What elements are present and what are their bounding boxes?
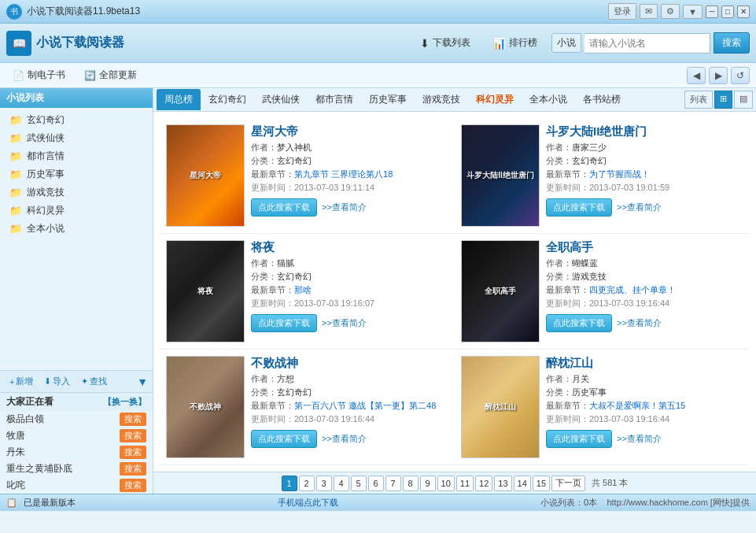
watching-item: 叱咤 搜索 — [0, 477, 153, 494]
watching-title: 大家正在看 — [6, 395, 53, 409]
page-button-14[interactable]: 14 — [514, 476, 531, 491]
update-all-button[interactable]: 🔄 全部更新 — [78, 66, 143, 84]
tab-stations[interactable]: 各书站榜 — [575, 89, 629, 110]
toolbar-title: 小说下载阅读器 — [36, 35, 124, 51]
close-button[interactable]: ✕ — [737, 6, 750, 18]
page-button-5[interactable]: 5 — [351, 476, 367, 491]
tab-wuxia[interactable]: 武侠仙侠 — [254, 89, 308, 110]
maximize-button[interactable]: □ — [721, 6, 734, 18]
book-title[interactable]: 斗罗大陆II绝世唐门 — [546, 124, 743, 139]
book-title[interactable]: 不败战神 — [251, 356, 448, 371]
tab-youxi[interactable]: 游戏竞技 — [415, 89, 468, 110]
watching-name[interactable]: 极品白领 — [6, 413, 44, 426]
page-button-1[interactable]: 1 — [282, 476, 297, 491]
download-button[interactable]: 点此搜索下载 — [251, 430, 317, 448]
mobile-download-link[interactable]: 手机端点此下载 — [278, 497, 338, 509]
watching-name[interactable]: 牧唐 — [6, 429, 25, 442]
sidebar-categories: 📁 玄幻奇幻 📁 武侠仙侠 📁 都市言情 📁 历史军事 📁 游戏竞技 📁 — [0, 108, 153, 241]
watching-search-button[interactable]: 搜索 — [120, 462, 146, 476]
search-input[interactable] — [585, 33, 710, 54]
page-button-2[interactable]: 2 — [299, 476, 315, 491]
info-link[interactable]: >>查看简介 — [322, 317, 367, 329]
sidebar-item-quanben[interactable]: 📁 全本小说 — [0, 220, 153, 238]
email-button[interactable]: ✉ — [640, 4, 658, 19]
watching-name[interactable]: 重生之黄埔卧底 — [6, 462, 72, 476]
expand-icon[interactable]: ▼ — [137, 376, 148, 388]
tab-dushi[interactable]: 都市言情 — [308, 89, 361, 110]
tab-lishi[interactable]: 历史军事 — [361, 89, 415, 110]
download-list-button[interactable]: ⬇ 下载列表 — [414, 33, 477, 53]
folder-icon: 📁 — [9, 132, 22, 144]
info-link[interactable]: >>查看简介 — [322, 202, 367, 213]
download-button[interactable]: 点此搜索下载 — [546, 430, 612, 448]
login-button[interactable]: 登录 — [608, 3, 636, 20]
book-cover: 斗罗大陆II绝世唐门 — [461, 124, 540, 227]
watching-search-button[interactable]: 搜索 — [120, 479, 146, 492]
info-link[interactable]: >>查看简介 — [322, 433, 367, 445]
settings-button[interactable]: ⚙ — [661, 4, 680, 19]
add-button[interactable]: + 新增 — [5, 374, 38, 389]
rank-list-button[interactable]: 📊 排行榜 — [486, 33, 544, 53]
actionbar: 📄 制电子书 🔄 全部更新 ◀ ▶ ↺ — [0, 63, 756, 88]
page-button-4[interactable]: 4 — [334, 476, 349, 491]
forward-button[interactable]: ▶ — [709, 67, 728, 84]
book-actions: 点此搜索下载 >>查看简介 — [251, 314, 448, 332]
book-title[interactable]: 醉枕江山 — [546, 356, 743, 371]
change-button[interactable]: 【换一换】 — [103, 396, 146, 408]
page-button-13[interactable]: 13 — [494, 476, 511, 491]
watching-name[interactable]: 丹朱 — [6, 446, 25, 459]
tab-weekly[interactable]: 周总榜 — [157, 89, 201, 110]
download-button[interactable]: 点此搜索下载 — [546, 198, 612, 217]
page-button-7[interactable]: 7 — [385, 476, 401, 491]
info-link[interactable]: >>查看简介 — [617, 433, 662, 445]
back-button[interactable]: ◀ — [687, 67, 706, 84]
watching-name[interactable]: 叱咤 — [6, 479, 25, 492]
page-button-3[interactable]: 3 — [316, 476, 332, 491]
download-button[interactable]: 点此搜索下载 — [251, 198, 317, 217]
list-view-button[interactable]: 列表 — [684, 91, 713, 109]
sidebar-item-kehuan[interactable]: 📁 科幻灵异 — [0, 202, 153, 220]
sidebar-item-xuanhuan[interactable]: 📁 玄幻奇幻 — [0, 111, 153, 129]
tab-quanben[interactable]: 全本小说 — [522, 89, 575, 110]
tab-xuanhuan[interactable]: 玄幻奇幻 — [201, 89, 254, 110]
compact-view-button[interactable]: ▤ — [734, 91, 753, 109]
tab-kehuan[interactable]: 科幻灵异 — [468, 89, 522, 110]
download-button[interactable]: 点此搜索下载 — [251, 314, 317, 332]
download-button[interactable]: 点此搜索下载 — [546, 314, 612, 332]
page-button-9[interactable]: 9 — [420, 476, 436, 491]
refresh-button[interactable]: ↺ — [731, 67, 750, 84]
sidebar-item-wuxia[interactable]: 📁 武侠仙侠 — [0, 129, 153, 147]
info-link[interactable]: >>查看简介 — [617, 317, 662, 329]
watching-search-button[interactable]: 搜索 — [120, 446, 146, 459]
main-layout: 小说列表 📁 玄幻奇幻 📁 武侠仙侠 📁 都市言情 📁 历史军事 📁 游戏竞技 — [0, 88, 756, 494]
search-prefix[interactable]: 小说 — [551, 33, 581, 53]
sidebar-item-youxi[interactable]: 📁 游戏竞技 — [0, 183, 153, 202]
sidebar-item-label: 武侠仙侠 — [27, 131, 65, 145]
next-page-button[interactable]: 下一页 — [551, 476, 585, 491]
make-ebook-button[interactable]: 📄 制电子书 — [6, 66, 72, 84]
sidebar-item-lishi[interactable]: 📁 历史军事 — [0, 165, 153, 183]
unknown-button[interactable]: ▼ — [683, 5, 703, 19]
book-title[interactable]: 星河大帝 — [251, 124, 448, 139]
book-title[interactable]: 将夜 — [251, 240, 448, 255]
find-button[interactable]: ✦ 查找 — [76, 374, 112, 389]
page-button-6[interactable]: 6 — [368, 476, 384, 491]
watching-search-button[interactable]: 搜索 — [120, 413, 146, 426]
folder-icon: 📁 — [9, 205, 22, 217]
book-info: 不败战神 作者：方想 分类：玄幻奇幻 最新章节：第一百六八节 邀战【第一更】第二… — [251, 356, 448, 458]
minimize-button[interactable]: ─ — [706, 6, 718, 18]
import-button[interactable]: ⬇ 导入 — [39, 374, 75, 389]
info-link[interactable]: >>查看简介 — [617, 202, 662, 213]
watching-search-button[interactable]: 搜索 — [120, 429, 146, 442]
sidebar-item-dushi[interactable]: 📁 都市言情 — [0, 147, 153, 165]
page-button-8[interactable]: 8 — [403, 476, 419, 491]
book-title[interactable]: 全职高手 — [546, 240, 743, 255]
page-button-11[interactable]: 11 — [456, 476, 474, 491]
add-icon: + — [9, 377, 14, 387]
page-button-10[interactable]: 10 — [437, 476, 455, 491]
search-button[interactable]: 搜索 — [714, 32, 750, 54]
book-category: 分类：玄幻奇幻 — [251, 387, 448, 398]
page-button-15[interactable]: 15 — [533, 476, 550, 491]
grid-view-button[interactable]: ⊞ — [714, 91, 732, 109]
page-button-12[interactable]: 12 — [475, 476, 492, 491]
